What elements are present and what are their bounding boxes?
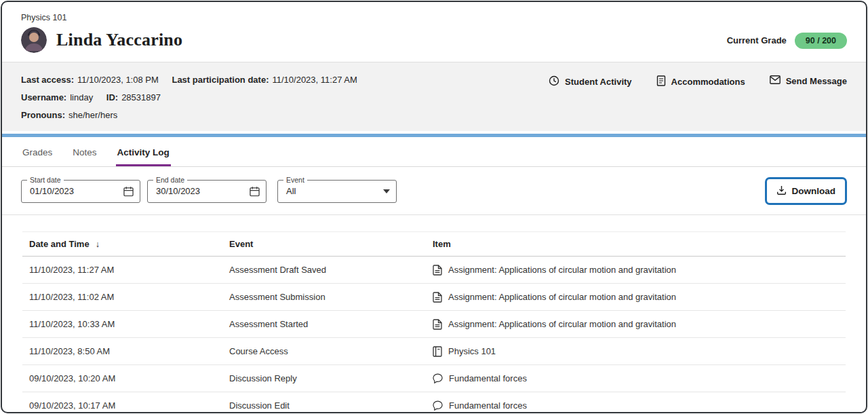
item-text: Fundamental forces	[449, 400, 527, 411]
item-text: Assignment: Applications of circular mot…	[448, 319, 676, 329]
end-date-label: End date	[153, 176, 187, 185]
student-identity: Physics 101 Linda Yaccarino	[21, 13, 182, 53]
table-header-row: Date and Time ↓ Event Item	[22, 231, 846, 257]
download-button[interactable]: Download	[768, 180, 845, 202]
tab-activity-log[interactable]: Activity Log	[116, 147, 171, 166]
current-grade: Current Grade 90 / 200	[727, 33, 847, 49]
column-header-event: Event	[229, 239, 433, 249]
sort-descending-icon: ↓	[96, 240, 100, 249]
calendar-icon[interactable]	[123, 186, 134, 196]
tab-bar: Grades Notes Activity Log	[2, 137, 866, 167]
start-date-field[interactable]: Start date 01/10/2023	[21, 180, 140, 203]
table-row: 09/10/2023, 10:20 AM Discussion Reply Fu…	[22, 365, 846, 392]
last-access-label: Last access:	[21, 75, 74, 85]
row-item: Assignment: Applications of circular mot…	[433, 265, 839, 276]
course-name: Physics 101	[21, 13, 182, 22]
assignment-icon	[433, 319, 442, 330]
activity-log-table: Date and Time ↓ Event Item 11/10/2023, 1…	[22, 231, 846, 413]
chevron-down-icon	[383, 189, 390, 193]
clock-icon	[549, 75, 559, 88]
accommodations-label: Accommodations	[671, 77, 745, 87]
row-datetime: 11/10/2023, 11:27 AM	[29, 265, 229, 275]
column-header-date-time[interactable]: Date and Time ↓	[29, 239, 229, 249]
pronouns-label: Pronouns:	[21, 110, 65, 120]
row-item: Fundamental forces	[433, 400, 839, 411]
row-datetime: 11/10/2023, 8:50 AM	[29, 346, 229, 356]
current-grade-badge[interactable]: 90 / 200	[795, 33, 847, 49]
item-text: Fundamental forces	[449, 373, 527, 383]
start-date-value: 01/10/2023	[30, 186, 74, 196]
send-message-label: Send Message	[786, 76, 847, 86]
download-button-label: Download	[792, 186, 836, 196]
download-icon	[776, 185, 787, 197]
avatar	[21, 27, 47, 53]
student-activity-link[interactable]: Student Activity	[549, 75, 631, 88]
course-icon	[433, 346, 442, 357]
last-participation-label: Last participation date:	[172, 75, 269, 85]
envelope-icon	[770, 75, 781, 86]
column-header-item: Item	[433, 239, 839, 249]
event-filter-value: All	[286, 186, 296, 196]
row-event: Assessment Draft Saved	[229, 265, 433, 275]
student-header: Physics 101 Linda Yaccarino Current Grad…	[2, 2, 866, 62]
table-row: 09/10/2023, 10:17 AM Discussion Edit Fun…	[22, 392, 846, 413]
table-row: 11/10/2023, 11:27 AM Assessment Draft Sa…	[22, 257, 846, 284]
assignment-icon	[433, 265, 442, 276]
row-datetime: 09/10/2023, 10:20 AM	[29, 373, 229, 383]
current-grade-label: Current Grade	[727, 35, 787, 45]
row-datetime: 11/10/2023, 11:02 AM	[29, 292, 229, 302]
row-event: Discussion Reply	[229, 373, 433, 383]
assignment-icon	[433, 292, 442, 303]
discussion-icon	[433, 400, 443, 411]
row-event: Assessment Submission	[229, 292, 433, 302]
end-date-value: 30/10/2023	[156, 186, 200, 196]
item-text: Assignment: Applications of circular mot…	[448, 265, 676, 275]
page-title-student-name: Linda Yaccarino	[56, 30, 182, 50]
row-event: Discussion Edit	[229, 400, 433, 411]
row-item: Assignment: Applications of circular mot…	[433, 319, 839, 330]
last-participation-value: 11/10/2023, 11:27 AM	[272, 75, 357, 85]
filter-bar: Start date 01/10/2023 End date 30/10/202…	[2, 167, 866, 215]
discussion-icon	[433, 373, 443, 383]
table-body: 11/10/2023, 11:27 AM Assessment Draft Sa…	[22, 257, 846, 413]
last-access-value: 11/10/2023, 1:08 PM	[77, 75, 159, 85]
pronouns-value: she/her/hers	[68, 110, 117, 120]
row-item: Physics 101	[433, 346, 839, 357]
tab-notes[interactable]: Notes	[71, 147, 98, 166]
send-message-link[interactable]: Send Message	[770, 75, 847, 86]
tab-grades[interactable]: Grades	[21, 147, 54, 166]
table-row: 11/10/2023, 11:02 AM Assessment Submissi…	[22, 284, 846, 311]
info-band-actions: Student Activity Accommodations Send Mes…	[549, 75, 847, 120]
student-activity-label: Student Activity	[565, 77, 631, 87]
item-text: Assignment: Applications of circular mot…	[448, 292, 676, 302]
start-date-label: Start date	[27, 176, 64, 185]
row-event: Assessment Started	[229, 319, 433, 329]
row-item: Fundamental forces	[433, 373, 839, 383]
accommodations-link[interactable]: Accommodations	[656, 75, 745, 88]
student-info-band: Last access:11/10/2023, 1:08 PM Last par…	[2, 62, 866, 131]
table-row: 11/10/2023, 10:33 AM Assessment Started …	[22, 311, 846, 338]
item-text: Physics 101	[448, 346, 496, 356]
student-info-fields: Last access:11/10/2023, 1:08 PM Last par…	[21, 75, 357, 120]
table-row: 11/10/2023, 8:50 AM Course Access Physic…	[22, 338, 846, 365]
row-datetime: 09/10/2023, 10:17 AM	[29, 400, 229, 411]
download-highlight-callout: Download	[765, 177, 848, 205]
accommodations-icon	[656, 75, 666, 88]
date-time-header-label: Date and Time	[29, 239, 90, 249]
row-event: Course Access	[229, 346, 433, 356]
id-value: 28531897	[121, 92, 161, 102]
student-activity-page: Physics 101 Linda Yaccarino Current Grad…	[1, 1, 867, 413]
event-filter-select[interactable]: Event All	[277, 180, 397, 203]
row-datetime: 11/10/2023, 10:33 AM	[29, 319, 229, 329]
calendar-icon[interactable]	[250, 186, 260, 196]
username-value: linday	[70, 92, 93, 102]
id-label: ID:	[106, 92, 118, 102]
event-filter-label: Event	[283, 176, 307, 185]
end-date-field[interactable]: End date 30/10/2023	[147, 180, 267, 203]
username-label: Username:	[21, 92, 66, 102]
row-item: Assignment: Applications of circular mot…	[433, 292, 839, 303]
